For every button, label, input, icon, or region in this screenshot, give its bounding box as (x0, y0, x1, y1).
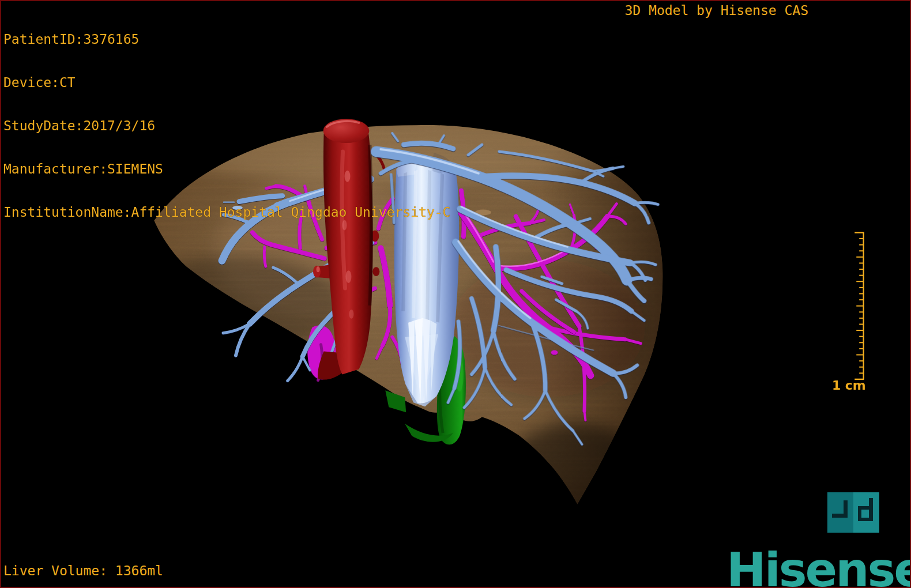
dicom-overlay-topleft: PatientID:3376165 Device:CT StudyDate:20… (3, 3, 450, 248)
watermark-text: 3D Model by Hisense CAS (625, 3, 809, 18)
patient-id-line: PatientID:3376165 (3, 32, 450, 47)
study-date-line: StudyDate:2017/3/16 (3, 119, 450, 133)
scale-ruler-label: 1 cm (832, 378, 866, 393)
liver-volume-readout: Liver Volume: 1366ml (3, 564, 163, 578)
viewer-window: 1 cm PatientID:3376165 Device:CT StudyDa… (0, 0, 911, 588)
manufacturer-line: Manufacturer:SIEMENS (3, 162, 450, 176)
device-line: Device:CT (3, 76, 450, 90)
hisense-wordmark: Hisense (726, 546, 911, 588)
institution-line: InstitutionName:Affiliated Hospital Qing… (3, 205, 450, 220)
hisense-cas-logo-icon (827, 492, 879, 533)
scale-ruler: 1 cm (832, 232, 866, 393)
